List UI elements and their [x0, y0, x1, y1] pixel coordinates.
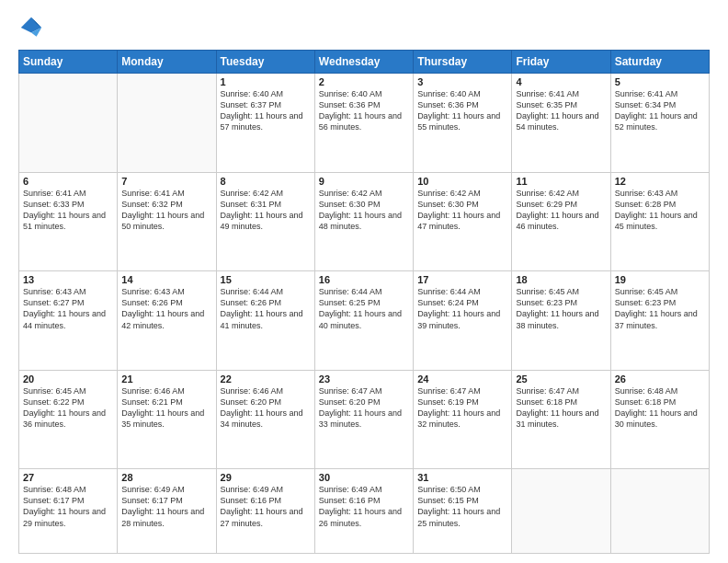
- calendar-cell: 19Sunrise: 6:45 AM Sunset: 6:23 PM Dayli…: [610, 271, 709, 371]
- day-info: Sunrise: 6:43 AM Sunset: 6:27 PM Dayligh…: [23, 286, 113, 331]
- calendar-week-3: 20Sunrise: 6:45 AM Sunset: 6:22 PM Dayli…: [19, 370, 710, 469]
- calendar-cell: 4Sunrise: 6:41 AM Sunset: 6:35 PM Daylig…: [512, 74, 610, 173]
- day-number: 6: [23, 176, 113, 187]
- calendar-header-thursday: Thursday: [414, 51, 512, 74]
- day-number: 9: [319, 176, 409, 187]
- day-info: Sunrise: 6:40 AM Sunset: 6:37 PM Dayligh…: [221, 88, 311, 133]
- day-info: Sunrise: 6:48 AM Sunset: 6:18 PM Dayligh…: [615, 385, 705, 431]
- day-info: Sunrise: 6:44 AM Sunset: 6:26 PM Dayligh…: [221, 286, 311, 331]
- day-number: 28: [121, 472, 211, 483]
- day-info: Sunrise: 6:40 AM Sunset: 6:36 PM Dayligh…: [319, 88, 409, 133]
- calendar-cell: [118, 74, 216, 173]
- day-number: 12: [615, 176, 705, 187]
- day-number: 7: [121, 176, 211, 187]
- calendar-cell: 14Sunrise: 6:43 AM Sunset: 6:26 PM Dayli…: [118, 271, 216, 371]
- day-number: 27: [23, 472, 113, 483]
- day-info: Sunrise: 6:49 AM Sunset: 6:17 PM Dayligh…: [121, 484, 211, 529]
- day-number: 31: [417, 472, 507, 483]
- day-info: Sunrise: 6:41 AM Sunset: 6:35 PM Dayligh…: [516, 88, 606, 133]
- calendar-header-wednesday: Wednesday: [314, 51, 413, 74]
- calendar-header-sunday: Sunday: [19, 51, 118, 74]
- day-info: Sunrise: 6:47 AM Sunset: 6:18 PM Dayligh…: [516, 385, 606, 431]
- day-info: Sunrise: 6:42 AM Sunset: 6:30 PM Dayligh…: [319, 188, 409, 233]
- calendar-cell: 15Sunrise: 6:44 AM Sunset: 6:26 PM Dayli…: [216, 271, 314, 371]
- day-number: 1: [221, 76, 311, 87]
- day-number: 3: [417, 76, 507, 87]
- calendar-cell: 1Sunrise: 6:40 AM Sunset: 6:37 PM Daylig…: [216, 74, 314, 173]
- calendar-cell: 21Sunrise: 6:46 AM Sunset: 6:21 PM Dayli…: [118, 370, 216, 469]
- calendar-week-1: 6Sunrise: 6:41 AM Sunset: 6:33 PM Daylig…: [19, 172, 710, 271]
- calendar-table: SundayMondayTuesdayWednesdayThursdayFrid…: [18, 50, 710, 554]
- calendar-cell: 2Sunrise: 6:40 AM Sunset: 6:36 PM Daylig…: [314, 74, 413, 173]
- day-number: 22: [221, 373, 311, 385]
- calendar-cell: [610, 469, 709, 554]
- header: [18, 15, 710, 40]
- day-number: 2: [319, 76, 409, 87]
- day-info: Sunrise: 6:50 AM Sunset: 6:15 PM Dayligh…: [417, 484, 507, 529]
- day-number: 14: [121, 274, 211, 285]
- calendar-cell: 10Sunrise: 6:42 AM Sunset: 6:30 PM Dayli…: [414, 172, 512, 271]
- day-number: 5: [615, 76, 705, 87]
- day-info: Sunrise: 6:41 AM Sunset: 6:34 PM Dayligh…: [615, 88, 705, 133]
- calendar-cell: 24Sunrise: 6:47 AM Sunset: 6:19 PM Dayli…: [414, 370, 512, 469]
- day-info: Sunrise: 6:40 AM Sunset: 6:36 PM Dayligh…: [417, 88, 507, 133]
- calendar-cell: 30Sunrise: 6:49 AM Sunset: 6:16 PM Dayli…: [314, 469, 413, 554]
- calendar-cell: 9Sunrise: 6:42 AM Sunset: 6:30 PM Daylig…: [314, 172, 413, 271]
- day-info: Sunrise: 6:45 AM Sunset: 6:23 PM Dayligh…: [516, 286, 606, 331]
- calendar-cell: 12Sunrise: 6:43 AM Sunset: 6:28 PM Dayli…: [610, 172, 709, 271]
- calendar-cell: 20Sunrise: 6:45 AM Sunset: 6:22 PM Dayli…: [19, 370, 118, 469]
- day-number: 15: [221, 274, 311, 285]
- day-number: 18: [516, 274, 606, 285]
- day-info: Sunrise: 6:43 AM Sunset: 6:28 PM Dayligh…: [615, 188, 705, 233]
- day-number: 30: [319, 472, 409, 483]
- day-info: Sunrise: 6:49 AM Sunset: 6:16 PM Dayligh…: [221, 484, 311, 529]
- day-number: 21: [121, 373, 211, 385]
- day-info: Sunrise: 6:42 AM Sunset: 6:29 PM Dayligh…: [516, 188, 606, 233]
- day-number: 26: [615, 373, 705, 385]
- calendar-cell: [512, 469, 610, 554]
- calendar-header-saturday: Saturday: [610, 51, 709, 74]
- day-info: Sunrise: 6:48 AM Sunset: 6:17 PM Dayligh…: [23, 484, 113, 529]
- calendar-cell: 8Sunrise: 6:42 AM Sunset: 6:31 PM Daylig…: [216, 172, 314, 271]
- day-number: 10: [417, 176, 507, 187]
- day-number: 29: [221, 472, 311, 483]
- calendar-header-friday: Friday: [512, 51, 610, 74]
- calendar-header-row: SundayMondayTuesdayWednesdayThursdayFrid…: [19, 51, 710, 74]
- page: SundayMondayTuesdayWednesdayThursdayFrid…: [0, 0, 728, 563]
- calendar-cell: 6Sunrise: 6:41 AM Sunset: 6:33 PM Daylig…: [19, 172, 118, 271]
- calendar-cell: 29Sunrise: 6:49 AM Sunset: 6:16 PM Dayli…: [216, 469, 314, 554]
- calendar-header-monday: Monday: [118, 51, 216, 74]
- day-number: 17: [417, 274, 507, 285]
- day-info: Sunrise: 6:42 AM Sunset: 6:30 PM Dayligh…: [417, 188, 507, 233]
- day-info: Sunrise: 6:45 AM Sunset: 6:23 PM Dayligh…: [615, 286, 705, 331]
- day-number: 8: [221, 176, 311, 187]
- day-number: 13: [23, 274, 113, 285]
- day-number: 23: [319, 373, 409, 385]
- calendar-week-4: 27Sunrise: 6:48 AM Sunset: 6:17 PM Dayli…: [19, 469, 710, 554]
- calendar-cell: 23Sunrise: 6:47 AM Sunset: 6:20 PM Dayli…: [314, 370, 413, 469]
- day-number: 20: [23, 373, 113, 385]
- day-info: Sunrise: 6:42 AM Sunset: 6:31 PM Dayligh…: [221, 188, 311, 233]
- calendar-cell: 13Sunrise: 6:43 AM Sunset: 6:27 PM Dayli…: [19, 271, 118, 371]
- calendar-cell: 18Sunrise: 6:45 AM Sunset: 6:23 PM Dayli…: [512, 271, 610, 371]
- day-info: Sunrise: 6:47 AM Sunset: 6:19 PM Dayligh…: [417, 385, 507, 431]
- calendar-week-0: 1Sunrise: 6:40 AM Sunset: 6:37 PM Daylig…: [19, 74, 710, 173]
- day-info: Sunrise: 6:44 AM Sunset: 6:25 PM Dayligh…: [319, 286, 409, 331]
- day-number: 24: [417, 373, 507, 385]
- calendar-cell: 28Sunrise: 6:49 AM Sunset: 6:17 PM Dayli…: [118, 469, 216, 554]
- day-info: Sunrise: 6:43 AM Sunset: 6:26 PM Dayligh…: [121, 286, 211, 331]
- day-info: Sunrise: 6:41 AM Sunset: 6:32 PM Dayligh…: [121, 188, 211, 233]
- day-info: Sunrise: 6:47 AM Sunset: 6:20 PM Dayligh…: [319, 385, 409, 431]
- calendar-cell: 17Sunrise: 6:44 AM Sunset: 6:24 PM Dayli…: [414, 271, 512, 371]
- calendar-cell: 7Sunrise: 6:41 AM Sunset: 6:32 PM Daylig…: [118, 172, 216, 271]
- day-number: 4: [516, 76, 606, 87]
- day-number: 11: [516, 176, 606, 187]
- calendar-cell: 5Sunrise: 6:41 AM Sunset: 6:34 PM Daylig…: [610, 74, 709, 173]
- day-info: Sunrise: 6:41 AM Sunset: 6:33 PM Dayligh…: [23, 188, 113, 233]
- day-info: Sunrise: 6:46 AM Sunset: 6:20 PM Dayligh…: [221, 385, 311, 431]
- calendar-header-tuesday: Tuesday: [216, 51, 314, 74]
- day-number: 25: [516, 373, 606, 385]
- calendar-cell: 27Sunrise: 6:48 AM Sunset: 6:17 PM Dayli…: [19, 469, 118, 554]
- day-info: Sunrise: 6:45 AM Sunset: 6:22 PM Dayligh…: [23, 385, 113, 431]
- calendar-cell: 25Sunrise: 6:47 AM Sunset: 6:18 PM Dayli…: [512, 370, 610, 469]
